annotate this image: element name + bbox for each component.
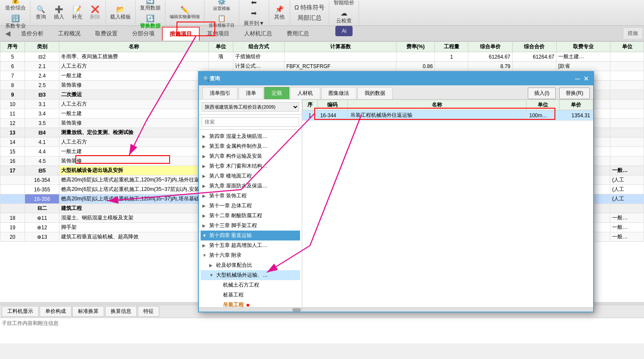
dialog-book-select[interactable]: 陕西省建筑装饰工程价目表(2009) bbox=[201, 102, 299, 112]
dialog-right-scrollbar[interactable] bbox=[302, 307, 593, 312]
dialog-tab-atlas[interactable]: 图集做法 bbox=[321, 87, 356, 99]
tab-cost-analysis[interactable]: 造价分析 bbox=[14, 27, 51, 41]
tab-standard-convert[interactable]: 标准换算 bbox=[72, 306, 104, 317]
toolbar-btn-ai[interactable]: Ai bbox=[335, 26, 353, 36]
tab-overview[interactable]: 工程概况 bbox=[51, 27, 88, 41]
toolbar-btn-insert[interactable]: ➕ 插入 bbox=[50, 4, 68, 22]
cell-u2: 一般… bbox=[610, 213, 644, 223]
tree-item-large-machine[interactable]: ▼ 大型机械场外运输、… bbox=[201, 270, 300, 280]
cell-seq: 8 bbox=[0, 81, 25, 90]
cell-name: 装饰装修 bbox=[59, 156, 208, 166]
insert-icon: ➕ bbox=[55, 5, 63, 13]
tab-fee-summary[interactable]: 费用汇总 bbox=[279, 27, 316, 41]
tab-unit-price[interactable]: 单价构成 bbox=[40, 306, 71, 317]
tree-item-ch15[interactable]: ▶ 第十五章 超高增加人工… bbox=[201, 240, 300, 250]
tree-item-ch7[interactable]: ▶ 第七章 木门窗和木结构… bbox=[201, 161, 300, 171]
tab-parts[interactable]: 分部分项 bbox=[125, 27, 162, 41]
toolbar-btn-summary[interactable]: 局部汇总 bbox=[295, 13, 324, 23]
tree-item-ch9[interactable]: ▶ 第九章 屋面防水及保温… bbox=[201, 181, 300, 191]
dialog-tab-my-data[interactable]: 我的数据 bbox=[357, 87, 393, 99]
cell-fee: [款省 bbox=[556, 62, 610, 71]
tab-features[interactable]: 特征 bbox=[138, 306, 159, 317]
tab-labor-display[interactable]: 工料机显示 bbox=[2, 306, 39, 317]
dialog-tab-list[interactable]: 清单 bbox=[238, 87, 263, 99]
ai-label: Ai bbox=[342, 28, 347, 34]
tree-toggle-ch14: ▼ bbox=[202, 233, 207, 238]
tab-fee-setting[interactable]: 取费设置 bbox=[88, 27, 125, 41]
tree-scrollbar[interactable] bbox=[199, 307, 302, 312]
toolbar-btn-reuse[interactable]: 🔄 复用数据 bbox=[137, 0, 163, 13]
dialog-search-input[interactable] bbox=[201, 117, 299, 127]
dialog-minimize-btn[interactable]: ─ bbox=[575, 75, 580, 83]
toolbar-group-template: 📂 载入模板 bbox=[106, 1, 136, 25]
dialog-actions: 插入(I) 替换(R) bbox=[528, 87, 590, 99]
toolbar-btn-set-template[interactable]: ⚙️ 设置模板 bbox=[211, 0, 233, 13]
toolbar-btn-special-symbol[interactable]: Ω 特殊符号 bbox=[292, 3, 327, 13]
dialog-insert-btn[interactable]: 插入(I) bbox=[528, 87, 556, 99]
cell-u2 bbox=[610, 119, 644, 128]
tree-item-pile[interactable]: 桩基工程 bbox=[201, 290, 300, 300]
toolbar-btn-smart-price[interactable]: 🤖 智能组价 bbox=[331, 0, 357, 8]
tree-item-ch10[interactable]: ▶ 第十章 装饰工程 bbox=[201, 191, 300, 201]
tree-item-ch11[interactable]: ▶ 第十一章 总体工程 bbox=[201, 201, 300, 211]
tree-item-ch8[interactable]: ▶ 第八章 楼地面工程 bbox=[201, 171, 300, 181]
cell-seq bbox=[0, 185, 25, 194]
result-cell-price: 1354.31 bbox=[559, 110, 593, 121]
toolbar-btn-nav-left[interactable]: ⬅ bbox=[245, 0, 263, 8]
cell-type: ⊟3 bbox=[25, 90, 59, 100]
table-row[interactable]: 6 2.1 人工土石方 计算公式… FBFX_RCTSFRGF 0.86 8.7… bbox=[0, 62, 644, 71]
cell-rate bbox=[396, 52, 434, 62]
toolbar-btn-edit-qty[interactable]: ✏️ 编辑实物量明细 bbox=[167, 4, 202, 21]
tab-measures[interactable]: 措施项目 bbox=[162, 27, 200, 41]
cell-qty bbox=[435, 62, 468, 71]
tree-item-crane[interactable]: 吊装工程 ■ bbox=[201, 300, 300, 307]
cell-u2 bbox=[610, 204, 644, 213]
cell-type: ⊕13 bbox=[25, 232, 59, 242]
col-header-fee: 取费专业 bbox=[556, 42, 610, 52]
tab-other-items[interactable]: 其他项目 bbox=[200, 27, 237, 41]
tree-item-ch14[interactable]: ▼ 第十四章 垂直运输 bbox=[201, 231, 300, 240]
cell-u2 bbox=[610, 147, 644, 156]
toolbar-btn-other[interactable]: 📌 其他 bbox=[271, 4, 288, 22]
toolbar-btn-delete[interactable]: ❌ 删除 bbox=[87, 4, 104, 22]
toolbar-btn-supplement[interactable]: 📝 补充 bbox=[68, 4, 86, 22]
col-header-combo: 组合方式 bbox=[233, 42, 284, 52]
dialog-replace-btn[interactable]: 替换(R) bbox=[559, 87, 590, 99]
cell-seq bbox=[0, 194, 25, 204]
result-table-container[interactable]: 序 编码 名称 单位 单价 1 16-344 吊装工程机械场外往 bbox=[302, 100, 593, 307]
cell-seq: 11 bbox=[0, 109, 25, 119]
toolbar-group-reuse: 🔄 复用数据 🔃 替换数据 bbox=[136, 1, 165, 25]
toolbar-btn-query[interactable]: 🔍 查询 bbox=[32, 4, 50, 22]
cost-label: 造价综合 bbox=[5, 4, 26, 12]
tree-item-ch5[interactable]: ▶ 第五章 金属构件制作及… bbox=[201, 141, 300, 151]
table-row[interactable]: 5 ⊟2 冬雨季、夜间施工措施费 项 子措施组价 1 61264.67 6126… bbox=[0, 52, 644, 62]
cell-type: ⊟二 bbox=[25, 204, 59, 213]
dialog-tab-labor-material[interactable]: 人材机 bbox=[290, 87, 320, 99]
nav-back-btn[interactable]: ◀ bbox=[2, 27, 14, 40]
result-row[interactable]: 1 16-344 吊装工程机械场外往返运输 100m… 1354.31 bbox=[303, 110, 593, 121]
toolbar-btn-cost[interactable]: 💰 造价综合 bbox=[3, 0, 28, 13]
tree-item-ch6[interactable]: ▶ 第六章 构件运输及安装 bbox=[201, 151, 300, 161]
cell-unit: 项 bbox=[208, 52, 233, 62]
cell-type: ⊕12 bbox=[25, 223, 59, 232]
toolbar-btn-load-template[interactable]: 📂 载入模板 bbox=[108, 4, 133, 22]
dialog-close-btn[interactable]: ✕ bbox=[583, 75, 589, 83]
result-cell-unit: 100m… bbox=[526, 110, 559, 121]
cell-name: 大型机械设备进出场及安拆 bbox=[59, 166, 208, 175]
tree-item-ch16[interactable]: ▼ 第十六章 附录 bbox=[201, 250, 300, 260]
tree-item-mech-earthwork[interactable]: 机械土石方工程 bbox=[201, 280, 300, 290]
result-cell-name: 吊装工程机械场外往返运输 bbox=[347, 110, 526, 121]
tree-toggle-ch13: ▶ bbox=[202, 223, 207, 228]
delete-icon: ❌ bbox=[91, 5, 99, 13]
tree-item-ch4[interactable]: ▶ 第四章 混凝土及钢筋混… bbox=[201, 131, 300, 141]
tree-item-ch13[interactable]: ▶ 第十三章 脚手架工程 bbox=[201, 221, 300, 231]
dialog-tab-quota[interactable]: 定额 bbox=[264, 87, 289, 99]
tab-labor-material[interactable]: 人材机汇总 bbox=[237, 27, 279, 41]
toolbar-btn-cloud-check[interactable]: ☁ 云检查 bbox=[334, 8, 354, 26]
cell-seq: 10 bbox=[0, 100, 25, 109]
toolbar-btn-nav-right[interactable]: ➡ bbox=[245, 8, 263, 19]
tree-item-ch12[interactable]: ▶ 第十二章 耐酸防腐工程 bbox=[201, 211, 300, 221]
tree-item-concrete-mix[interactable]: ▶ 砼及砂浆配合比 bbox=[201, 260, 300, 270]
tab-convert-info[interactable]: 换算信息 bbox=[105, 306, 137, 317]
dialog-tab-list-guide[interactable]: 清单指引 bbox=[202, 87, 238, 99]
